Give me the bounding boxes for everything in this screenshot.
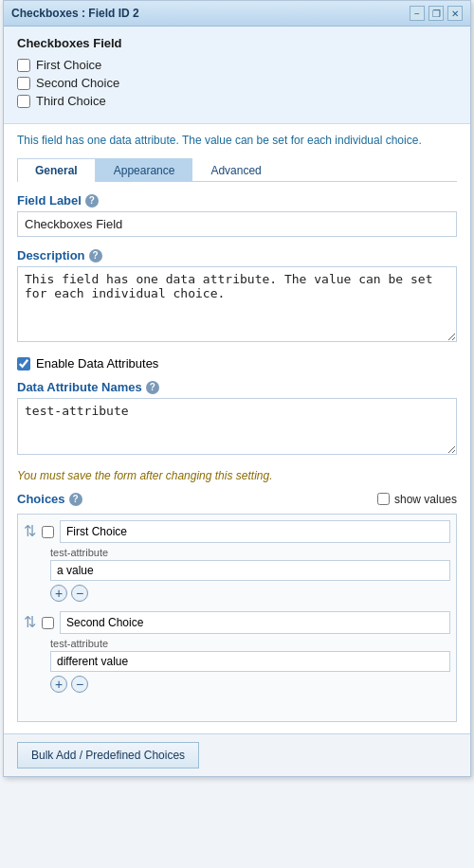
show-values-checkbox[interactable] [377, 493, 390, 505]
drag-handle-2[interactable]: ⇅ [24, 615, 36, 630]
enable-data-attrs-row: Enable Data Attributes [17, 356, 457, 371]
choice-text-input-2[interactable] [60, 611, 450, 634]
bulk-add-button[interactable]: Bulk Add / Predefined Choices [17, 742, 199, 769]
footer-area: Bulk Add / Predefined Choices [4, 733, 470, 776]
info-text: This field has one data attribute. The v… [17, 132, 457, 149]
choice-attr-value-1[interactable] [50, 560, 450, 581]
show-values-row: show values [377, 493, 457, 506]
add-remove-row-2: + − [50, 676, 450, 693]
description-heading: Description ? [17, 248, 457, 262]
show-values-label: show values [394, 493, 457, 506]
preview-title: Checkboxes Field [17, 36, 457, 50]
preview-choice-label-1: First Choice [36, 58, 101, 72]
remove-choice-btn-1[interactable]: − [71, 585, 88, 602]
tabs-area: General Appearance Advanced [4, 158, 470, 182]
close-button[interactable]: ✕ [447, 6, 463, 21]
preview-choice-label-2: Second Choice [36, 76, 119, 90]
tab-advanced[interactable]: Advanced [192, 158, 279, 182]
preview-choice-3: Third Choice [17, 94, 457, 108]
preview-checkbox-1[interactable] [17, 59, 30, 72]
add-choice-btn-2[interactable]: + [50, 676, 67, 693]
description-section: Description ? This field has one data at… [17, 248, 457, 345]
field-label-section: Field Label ? [17, 193, 457, 237]
add-remove-row-1: + − [50, 585, 450, 602]
choice-item-2: ⇅ test-attribute + − [24, 611, 450, 693]
preview-choice-2: Second Choice [17, 76, 457, 90]
description-help-icon[interactable]: ? [89, 249, 102, 262]
choice-checkbox-1[interactable] [42, 526, 54, 538]
choices-label: Choices ? [17, 492, 82, 506]
window-title: Checkboxes : Field ID 2 [11, 7, 139, 20]
restore-button[interactable]: ❐ [428, 6, 444, 21]
drag-handle-1[interactable]: ⇅ [24, 524, 36, 539]
tab-general[interactable]: General [17, 158, 96, 182]
description-textarea[interactable]: This field has one data attribute. The v… [17, 266, 457, 342]
remove-choice-btn-2[interactable]: − [71, 676, 88, 693]
choices-header: Choices ? show values [17, 492, 457, 506]
choice-item-1: ⇅ test-attribute + − [24, 520, 450, 602]
minimize-button[interactable]: − [410, 6, 425, 21]
preview-checkbox-3[interactable] [17, 95, 30, 108]
choice-attr-label-2: test-attribute [50, 638, 450, 649]
tab-appearance[interactable]: Appearance [96, 158, 193, 182]
tabs: General Appearance Advanced [17, 158, 457, 182]
choice-row-1: ⇅ [24, 520, 450, 543]
field-label-help-icon[interactable]: ? [85, 194, 99, 208]
title-bar: Checkboxes : Field ID 2 − ❐ ✕ [4, 1, 470, 27]
field-label-input[interactable] [17, 211, 457, 237]
choice-checkbox-2[interactable] [42, 617, 54, 629]
choices-scroll[interactable]: ⇅ test-attribute + − ⇅ test-attrib [17, 514, 457, 722]
choice-attr-label-1: test-attribute [50, 547, 450, 558]
data-attr-names-heading: Data Attribute Names ? [17, 380, 457, 394]
preview-choice-1: First Choice [17, 58, 457, 72]
data-attr-names-help-icon[interactable]: ? [146, 381, 159, 394]
title-bar-controls: − ❐ ✕ [410, 6, 463, 21]
data-attr-names-textarea[interactable]: test-attribute [17, 398, 457, 455]
window: Checkboxes : Field ID 2 − ❐ ✕ Checkboxes… [3, 0, 471, 777]
enable-data-attrs-label: Enable Data Attributes [36, 356, 158, 371]
preview-checkbox-2[interactable] [17, 77, 30, 90]
add-choice-btn-1[interactable]: + [50, 585, 67, 602]
form-area: Field Label ? Description ? This field h… [4, 182, 470, 733]
choice-text-input-1[interactable] [60, 520, 450, 543]
choices-help-icon[interactable]: ? [69, 493, 82, 506]
choice-attr-value-2[interactable] [50, 651, 450, 672]
enable-data-attrs-checkbox[interactable] [17, 357, 30, 371]
save-note: You must save the form after changing th… [17, 469, 457, 482]
preview-choice-label-3: Third Choice [36, 94, 106, 108]
preview-area: Checkboxes Field First Choice Second Cho… [4, 27, 470, 124]
field-label-heading: Field Label ? [17, 193, 457, 208]
data-attr-names-section: Data Attribute Names ? test-attribute [17, 380, 457, 458]
choice-row-2: ⇅ [24, 611, 450, 634]
